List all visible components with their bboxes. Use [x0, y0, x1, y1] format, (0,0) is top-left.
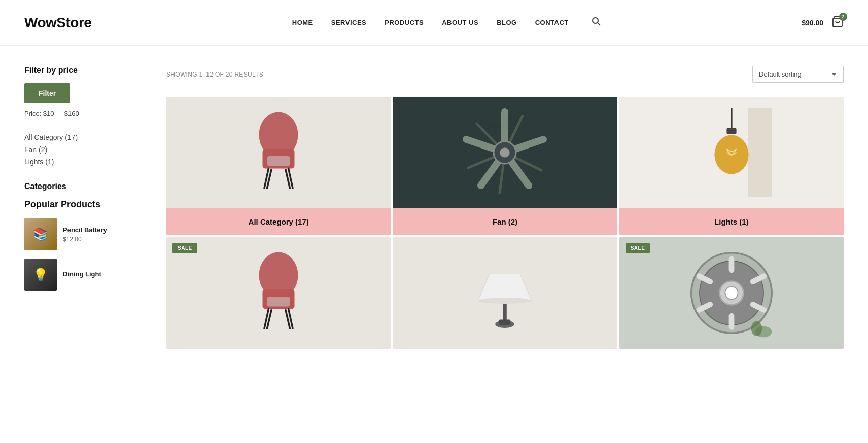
svg-point-0	[593, 18, 598, 23]
svg-rect-25	[726, 128, 736, 134]
svg-point-27	[714, 135, 748, 174]
navigation: HOME SERVICES PRODUCTS ABOUT US BLOG CON…	[292, 16, 601, 29]
svg-point-48	[725, 286, 738, 299]
category-item-lights[interactable]: Lights (1)	[24, 158, 146, 166]
nav-about[interactable]: ABOUT US	[442, 19, 478, 26]
product-card-1[interactable]: SALE	[166, 237, 391, 349]
svg-rect-23	[748, 108, 772, 197]
category-item-fan[interactable]: Fan (2)	[24, 145, 146, 154]
category-image-fan	[393, 97, 617, 208]
books-icon: 📚	[24, 218, 57, 250]
popular-product-pencil-battery[interactable]: 📚 Pencil Battery $12.00	[24, 218, 146, 250]
popular-product-thumb-1: 📚	[24, 218, 57, 250]
filter-by-price-title: Filter by price	[24, 66, 146, 75]
product-image-1	[166, 237, 391, 349]
popular-product-dining-light[interactable]: 💡 Dining Light	[24, 259, 146, 291]
sort-select[interactable]: Default sorting Sort by popularity Sort …	[752, 66, 844, 83]
svg-point-22	[500, 147, 510, 158]
sale-badge-3: SALE	[626, 243, 650, 253]
search-icon[interactable]	[591, 16, 601, 29]
svg-rect-37	[499, 320, 511, 325]
product-grid: SALE	[166, 237, 844, 349]
nav-services[interactable]: SERVICES	[331, 19, 367, 26]
product-card-2[interactable]	[393, 237, 617, 349]
filter-button[interactable]: Filter	[24, 83, 70, 103]
popular-product-name-2: Dining Light	[63, 270, 101, 278]
category-image-all	[166, 97, 391, 208]
cart-icon[interactable]: 2	[831, 16, 844, 30]
category-grid: All Category (17)	[166, 97, 844, 235]
category-list: All Category (17) Fan (2) Lights (1)	[24, 133, 146, 166]
main-content: SHOWING 1–12 OF 20 RESULTS Default sorti…	[166, 66, 844, 349]
nav-home[interactable]: HOME	[292, 19, 313, 26]
nav-blog[interactable]: BLOG	[497, 19, 517, 26]
header-right: $90.00 2	[802, 16, 844, 30]
nav-contact[interactable]: CONTACT	[535, 19, 569, 26]
category-label-all: All Category (17)	[166, 208, 391, 235]
sidebar: Filter by price Filter Price: $10 — $160…	[24, 66, 146, 349]
popular-products-title: Popular Products	[24, 199, 146, 210]
popular-product-price-1: $12.00	[63, 236, 107, 243]
page-body: Filter by price Filter Price: $10 — $160…	[0, 46, 868, 369]
main-toolbar: SHOWING 1–12 OF 20 RESULTS Default sorti…	[166, 66, 844, 83]
svg-rect-30	[267, 297, 290, 307]
svg-point-38	[478, 298, 532, 304]
svg-rect-5	[267, 156, 290, 166]
category-image-lights	[619, 97, 844, 208]
product-image-2	[393, 237, 617, 349]
header: WowStore HOME SERVICES PRODUCTS ABOUT US…	[0, 0, 868, 46]
results-count: SHOWING 1–12 OF 20 RESULTS	[166, 71, 263, 78]
popular-product-name-1: Pencil Battery	[63, 226, 107, 234]
cart-price: $90.00	[802, 19, 823, 27]
product-card-3[interactable]: SALE	[619, 237, 844, 349]
logo[interactable]: WowStore	[24, 15, 91, 31]
nav-products[interactable]: PRODUCTS	[385, 19, 424, 26]
category-card-all[interactable]: All Category (17)	[166, 97, 391, 235]
popular-product-thumb-2: 💡	[24, 259, 57, 291]
category-label-lights: Lights (1)	[619, 208, 844, 235]
categories-title: Categories	[24, 182, 146, 191]
svg-line-1	[598, 23, 600, 25]
category-card-lights[interactable]: Lights (1)	[619, 97, 844, 235]
sale-badge-1: SALE	[172, 243, 197, 253]
price-range: Price: $10 — $160	[24, 109, 146, 117]
cart-badge: 2	[839, 13, 847, 21]
category-item-all[interactable]: All Category (17)	[24, 133, 146, 141]
category-card-fan[interactable]: Fan (2)	[393, 97, 617, 235]
svg-point-50	[751, 321, 762, 336]
category-label-fan: Fan (2)	[393, 208, 617, 235]
product-image-3	[619, 237, 844, 349]
light-thumb-icon: 💡	[24, 259, 57, 291]
